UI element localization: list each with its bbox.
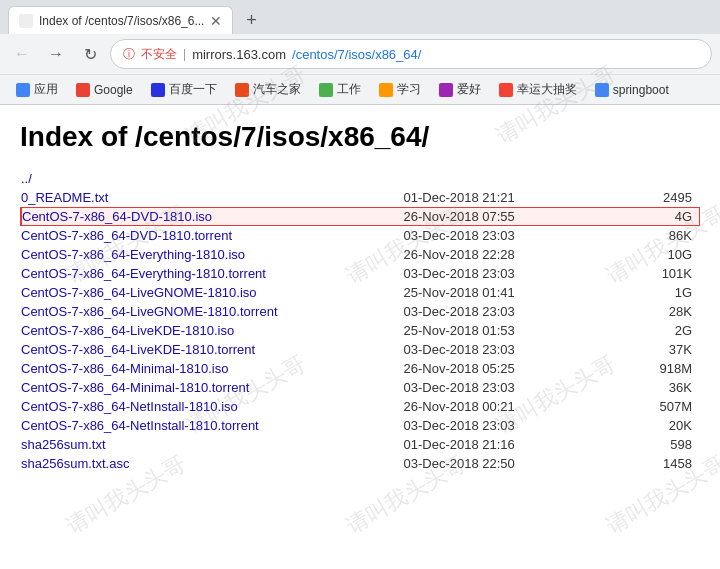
bookmark-label-1: Google — [94, 83, 133, 97]
bookmark-icon-4 — [319, 83, 333, 97]
bookmark-item-1[interactable]: Google — [68, 81, 141, 99]
file-link[interactable]: sha256sum.txt.asc — [21, 456, 129, 471]
back-icon: ← — [14, 45, 30, 63]
tab-favicon — [19, 14, 33, 28]
bookmark-label-7: 幸运大抽奖 — [517, 81, 577, 98]
security-label: 不安全 — [141, 46, 177, 63]
tab-bar: Index of /centos/7/isos/x86_6... ✕ + — [0, 0, 720, 34]
table-row: sha256sum.txt.asc03-Dec-2018 22:501458 — [21, 454, 700, 473]
file-date: 03-Dec-2018 23:03 — [404, 302, 614, 321]
parent-dir-link[interactable]: ../ — [21, 171, 32, 186]
file-date: 25-Nov-2018 01:53 — [404, 321, 614, 340]
file-link[interactable]: CentOS-7-x86_64-LiveGNOME-1810.torrent — [21, 304, 278, 319]
file-date: 26-Nov-2018 05:25 — [404, 359, 614, 378]
bookmark-icon-0 — [16, 83, 30, 97]
table-row: CentOS-7-x86_64-NetInstall-1810.iso26-No… — [21, 397, 700, 416]
separator: | — [183, 47, 186, 61]
file-link[interactable]: 0_README.txt — [21, 190, 108, 205]
file-size: 28K — [613, 302, 700, 321]
file-link[interactable]: CentOS-7-x86_64-NetInstall-1810.iso — [21, 399, 238, 414]
bookmark-label-8: springboot — [613, 83, 669, 97]
file-size: 20K — [613, 416, 700, 435]
file-size: 507M — [613, 397, 700, 416]
bookmark-label-4: 工作 — [337, 81, 361, 98]
file-link[interactable]: CentOS-7-x86_64-Minimal-1810.torrent — [21, 380, 249, 395]
file-link[interactable]: CentOS-7-x86_64-LiveKDE-1810.iso — [21, 323, 234, 338]
page-title: Index of /centos/7/isos/x86_64/ — [20, 121, 700, 153]
table-row: CentOS-7-x86_64-LiveKDE-1810.iso25-Nov-2… — [21, 321, 700, 340]
address-bar[interactable]: ⓘ 不安全 | mirrors.163.com /centos/7/isos/x… — [110, 39, 712, 69]
nav-bar: ← → ↻ ⓘ 不安全 | mirrors.163.com /centos/7/… — [0, 34, 720, 74]
bookmark-item-3[interactable]: 汽车之家 — [227, 79, 309, 100]
tab-title: Index of /centos/7/isos/x86_6... — [39, 14, 204, 28]
file-size: 918M — [613, 359, 700, 378]
table-row: CentOS-7-x86_64-LiveGNOME-1810.iso25-Nov… — [21, 283, 700, 302]
new-tab-button[interactable]: + — [237, 6, 265, 34]
bookmark-item-6[interactable]: 爱好 — [431, 79, 489, 100]
file-date: 03-Dec-2018 23:03 — [404, 264, 614, 283]
parent-dir-row: ../ — [21, 169, 700, 188]
file-size: 2G — [613, 321, 700, 340]
bookmark-icon-8 — [595, 83, 609, 97]
bookmark-item-4[interactable]: 工作 — [311, 79, 369, 100]
table-row: CentOS-7-x86_64-NetInstall-1810.torrent0… — [21, 416, 700, 435]
table-row: CentOS-7-x86_64-Everything-1810.torrent0… — [21, 264, 700, 283]
file-table: ../ 0_README.txt01-Dec-2018 21:212495Cen… — [20, 169, 700, 473]
forward-icon: → — [48, 45, 64, 63]
file-date: 26-Nov-2018 07:55 — [404, 207, 614, 226]
file-link[interactable]: CentOS-7-x86_64-Everything-1810.torrent — [21, 266, 266, 281]
table-row: CentOS-7-x86_64-DVD-1810.iso26-Nov-2018 … — [21, 207, 700, 226]
file-link[interactable]: sha256sum.txt — [21, 437, 106, 452]
page-content: Index of /centos/7/isos/x86_64/ ../ 0_RE… — [0, 105, 720, 569]
bookmark-item-5[interactable]: 学习 — [371, 79, 429, 100]
file-link[interactable]: CentOS-7-x86_64-Everything-1810.iso — [21, 247, 245, 262]
security-icon: ⓘ — [123, 46, 135, 63]
tab-close-button[interactable]: ✕ — [210, 14, 222, 28]
bookmark-label-2: 百度一下 — [169, 81, 217, 98]
url-base: mirrors.163.com — [192, 47, 286, 62]
file-size: 598 — [613, 435, 700, 454]
bookmarks-bar: 应用Google百度一下汽车之家工作学习爱好幸运大抽奖springboot — [0, 74, 720, 104]
bookmark-icon-5 — [379, 83, 393, 97]
file-link[interactable]: CentOS-7-x86_64-NetInstall-1810.torrent — [21, 418, 259, 433]
file-link[interactable]: CentOS-7-x86_64-LiveGNOME-1810.iso — [21, 285, 257, 300]
file-date: 25-Nov-2018 01:41 — [404, 283, 614, 302]
table-row: sha256sum.txt01-Dec-2018 21:16598 — [21, 435, 700, 454]
active-tab[interactable]: Index of /centos/7/isos/x86_6... ✕ — [8, 6, 233, 34]
table-row: 0_README.txt01-Dec-2018 21:212495 — [21, 188, 700, 207]
table-row: CentOS-7-x86_64-Minimal-1810.torrent03-D… — [21, 378, 700, 397]
file-size: 1G — [613, 283, 700, 302]
file-date: 01-Dec-2018 21:16 — [404, 435, 614, 454]
bookmark-icon-1 — [76, 83, 90, 97]
refresh-button[interactable]: ↻ — [76, 40, 104, 68]
bookmark-item-8[interactable]: springboot — [587, 81, 677, 99]
file-link[interactable]: CentOS-7-x86_64-DVD-1810.iso — [22, 209, 212, 224]
bookmark-icon-6 — [439, 83, 453, 97]
file-date: 01-Dec-2018 21:21 — [404, 188, 614, 207]
file-date: 03-Dec-2018 23:03 — [404, 378, 614, 397]
bookmark-icon-2 — [151, 83, 165, 97]
file-link[interactable]: CentOS-7-x86_64-Minimal-1810.iso — [21, 361, 228, 376]
bookmark-item-0[interactable]: 应用 — [8, 79, 66, 100]
table-row: CentOS-7-x86_64-LiveGNOME-1810.torrent03… — [21, 302, 700, 321]
file-size: 101K — [613, 264, 700, 283]
refresh-icon: ↻ — [84, 45, 97, 64]
browser-chrome: Index of /centos/7/isos/x86_6... ✕ + ← →… — [0, 0, 720, 105]
bookmark-item-2[interactable]: 百度一下 — [143, 79, 225, 100]
file-size: 2495 — [613, 188, 700, 207]
file-size: 36K — [613, 378, 700, 397]
bookmark-icon-3 — [235, 83, 249, 97]
file-link[interactable]: CentOS-7-x86_64-DVD-1810.torrent — [21, 228, 232, 243]
bookmark-label-0: 应用 — [34, 81, 58, 98]
table-row: CentOS-7-x86_64-Everything-1810.iso26-No… — [21, 245, 700, 264]
file-link[interactable]: CentOS-7-x86_64-LiveKDE-1810.torrent — [21, 342, 255, 357]
bookmark-label-3: 汽车之家 — [253, 81, 301, 98]
file-date: 26-Nov-2018 00:21 — [404, 397, 614, 416]
file-date: 03-Dec-2018 23:03 — [404, 340, 614, 359]
back-button[interactable]: ← — [8, 40, 36, 68]
bookmark-item-7[interactable]: 幸运大抽奖 — [491, 79, 585, 100]
forward-button[interactable]: → — [42, 40, 70, 68]
table-row: CentOS-7-x86_64-DVD-1810.torrent03-Dec-2… — [21, 226, 700, 245]
table-row: CentOS-7-x86_64-Minimal-1810.iso26-Nov-2… — [21, 359, 700, 378]
file-size: 37K — [613, 340, 700, 359]
